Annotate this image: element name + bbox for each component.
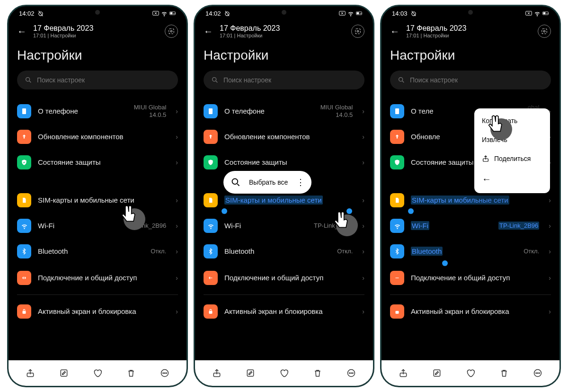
chevron-right-icon: › [176, 274, 178, 282]
row-label: Обновление компонентов [224, 132, 353, 142]
row-update[interactable]: Обновление компонентов › [17, 124, 178, 150]
lock-icon [204, 304, 218, 319]
menu-extract[interactable]: Извлечь [474, 130, 550, 149]
row-connection[interactable]: Подключение и общий доступ › [204, 264, 364, 292]
delete-button[interactable] [495, 368, 514, 378]
delete-button[interactable] [308, 368, 327, 378]
row-about[interactable]: О телефоне MIUI Global14.0.5 › [17, 98, 178, 124]
back-button-icon[interactable]: ← [17, 26, 27, 37]
sim-icon [17, 193, 31, 207]
chevron-right-icon: › [176, 248, 178, 255]
svg-point-40 [399, 78, 403, 81]
lock-icon [17, 304, 31, 319]
lens-button[interactable] [165, 25, 178, 38]
share-button[interactable] [394, 368, 413, 378]
bottom-toolbar [9, 360, 186, 386]
row-wifi[interactable]: Wi-Fi TP-Link_2B96 › [17, 213, 178, 239]
delete-button[interactable] [122, 368, 141, 378]
battery-icon: 43 [169, 10, 176, 17]
svg-point-14 [165, 373, 166, 374]
more-button[interactable] [342, 368, 361, 378]
camera-notch [468, 10, 473, 15]
svg-rect-21 [355, 29, 361, 34]
svg-rect-9 [23, 311, 26, 314]
header-date: 17 Февраль 2023 [220, 24, 345, 33]
favorite-button[interactable] [275, 368, 293, 378]
bluetooth-icon [204, 244, 218, 258]
search-placeholder: Поиск настроек [37, 76, 85, 84]
row-label: Wi-Fi [224, 221, 307, 231]
svg-rect-25 [209, 311, 213, 314]
alarm-off-icon [224, 10, 231, 17]
row-wifi[interactable]: Wi-Fi TP-Link_2B96 › [204, 213, 364, 239]
search-box[interactable]: Поиск настроек [390, 71, 551, 89]
info-icon [390, 104, 404, 118]
more-button[interactable] [528, 368, 547, 378]
edit-button[interactable] [54, 368, 73, 378]
search-box[interactable]: Поиск настроек [17, 71, 178, 89]
app-header: ← 17 Февраль 2023 17:01 | Настройки [9, 20, 186, 42]
chevron-right-icon: › [176, 133, 178, 141]
battery-icon: 43 [356, 10, 363, 17]
status-time: 14:02 [205, 10, 221, 17]
svg-rect-19 [357, 12, 359, 14]
row-wifi[interactable]: Wi-Fi TP-Link_2B96 › [390, 213, 551, 239]
share-icon [204, 271, 218, 285]
bottom-toolbar [382, 360, 559, 386]
lens-button[interactable] [351, 25, 364, 38]
row-bluetooth[interactable]: Bluetooth Откл. › [204, 239, 364, 264]
wifi-icon [17, 219, 31, 233]
app-header: ← 17 Февраль 2023 17:01 | Настройки [195, 20, 373, 42]
row-connection[interactable]: Подключение и общий доступ › [390, 264, 551, 292]
row-lock[interactable]: Активный экран и блокировка › [390, 298, 551, 325]
lens-button[interactable] [538, 25, 551, 38]
select-all-button[interactable]: Выбрать все [249, 178, 288, 186]
svg-text:43: 43 [173, 12, 176, 15]
row-label: Wi-Fi [411, 221, 492, 231]
back-button-icon[interactable]: ← [390, 26, 399, 37]
row-lock[interactable]: Активный экран и блокировка › [204, 298, 364, 325]
status-time: 14:03 [392, 10, 408, 17]
chevron-right-icon: › [362, 274, 364, 282]
menu-share[interactable]: Поделиться [474, 149, 550, 168]
search-icon[interactable] [231, 178, 240, 187]
search-box[interactable]: Поиск настроек [204, 71, 364, 89]
bluetooth-icon [17, 244, 31, 258]
row-label: Активный экран и блокировка [38, 307, 166, 316]
alarm-off-icon [37, 10, 44, 17]
chevron-right-icon: › [362, 133, 364, 141]
wifi-icon [390, 219, 404, 233]
shield-icon [390, 155, 404, 169]
row-update[interactable]: Обновление компонентов › [204, 124, 364, 150]
share-button[interactable] [207, 368, 226, 378]
menu-back[interactable]: ← [474, 168, 550, 190]
row-bluetooth[interactable]: Bluetooth Откл. › [390, 239, 551, 264]
row-security[interactable]: Состояние защиты › [17, 150, 178, 175]
row-bluetooth[interactable]: Bluetooth Откл. › [17, 239, 178, 264]
row-connection[interactable]: Подключение и общий доступ › [17, 264, 178, 292]
svg-point-32 [353, 373, 354, 374]
page-title: Настройки [204, 48, 364, 63]
row-label: Состояние защиты [38, 158, 166, 167]
more-button[interactable] [155, 368, 174, 378]
menu-copy[interactable]: Копировать [474, 111, 550, 130]
edit-button[interactable] [241, 368, 260, 378]
row-sim[interactable]: SIM-карты и мобильные сети › [17, 187, 178, 213]
row-label: Bluetooth [411, 247, 517, 256]
header-date: 17 Февраль 2023 [33, 24, 158, 33]
share-button[interactable] [21, 368, 40, 378]
favorite-button[interactable] [88, 368, 107, 378]
app-header: ← 17 Февраль 2023 17:01 | Настройки [382, 20, 559, 42]
row-about[interactable]: О телефоне MIUI Global14.0.5 › [204, 98, 364, 124]
chevron-right-icon: › [176, 308, 178, 315]
svg-text:43: 43 [360, 12, 362, 15]
chevron-right-icon: › [362, 248, 364, 255]
svg-point-31 [351, 373, 352, 374]
back-button-icon[interactable]: ← [204, 26, 213, 37]
alarm-off-icon [410, 10, 417, 17]
edit-button[interactable] [427, 368, 446, 378]
favorite-button[interactable] [461, 368, 480, 378]
row-lock[interactable]: Активный экран и блокировка › [17, 298, 178, 325]
settings-list: О телефоне MIUI Global14.0.5 › Обновлени… [204, 98, 364, 325]
svg-point-7 [26, 78, 30, 81]
